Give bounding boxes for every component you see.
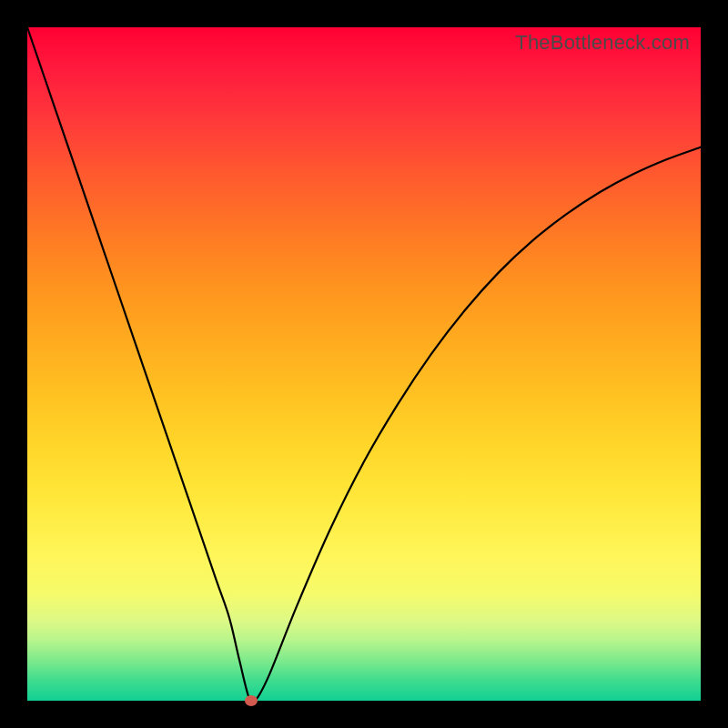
chart-frame: TheBottleneck.com — [0, 0, 728, 728]
bottleneck-curve — [27, 27, 701, 701]
minimum-marker — [245, 695, 258, 706]
plot-area: TheBottleneck.com — [27, 27, 701, 701]
